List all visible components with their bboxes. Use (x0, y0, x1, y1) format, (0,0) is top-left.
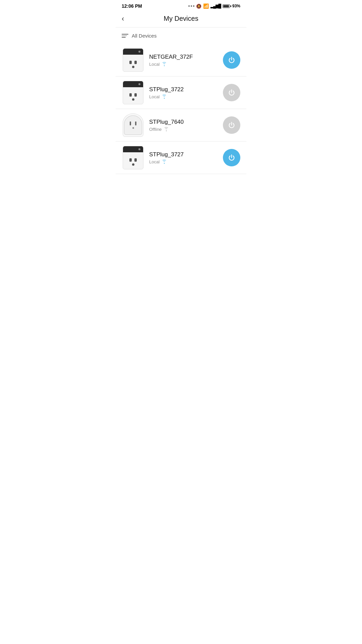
device-list: NETGEAR_372F Local (116, 44, 246, 174)
signal-strength-icon: ▂▄▆█ (210, 4, 221, 8)
plug-us-icon (123, 81, 143, 104)
battery-icon (223, 4, 231, 8)
status-label: Local (149, 159, 160, 164)
power-icon (228, 121, 235, 129)
device-icon-container (122, 114, 144, 137)
power-button[interactable] (223, 149, 240, 166)
status-bar: 12:06 PM 🔕 📶 ▂▄▆█ 93% (116, 0, 246, 11)
plug-us-icon (123, 146, 143, 169)
status-label: Offline (149, 127, 162, 132)
filter-line-1 (122, 34, 128, 35)
device-name: STPlug_3727 (149, 151, 218, 158)
list-item[interactable]: STPlug_7640 Offline (116, 109, 246, 142)
power-button[interactable] (223, 116, 240, 134)
device-name: STPlug_7640 (149, 119, 218, 125)
wifi-icon (162, 62, 167, 66)
device-icon-container (122, 49, 144, 71)
device-icon-container (122, 81, 144, 104)
device-info: NETGEAR_372F Local (149, 54, 218, 67)
power-icon (228, 89, 235, 96)
device-status: Local (149, 62, 218, 67)
power-button[interactable] (223, 84, 240, 101)
power-button[interactable] (223, 51, 240, 69)
device-name: NETGEAR_372F (149, 54, 218, 60)
wifi-icon (162, 95, 167, 99)
signal-dots-icon (188, 5, 194, 7)
wifi-status-icon: 📶 (203, 3, 209, 9)
device-name: STPlug_3722 (149, 86, 218, 93)
power-icon (228, 154, 235, 161)
header: ‹ My Devices (116, 11, 246, 28)
status-time: 12:06 PM (122, 3, 142, 9)
device-info: STPlug_3727 Local (149, 151, 218, 164)
wifi-icon (164, 127, 169, 131)
filter-line-2 (122, 36, 127, 36)
device-status: Local (149, 159, 218, 164)
status-label: Local (149, 62, 160, 67)
filter-line-3 (122, 37, 126, 38)
page-title: My Devices (164, 15, 198, 22)
filter-label: All Devices (132, 33, 157, 39)
device-status: Local (149, 94, 218, 99)
filter-bar[interactable]: All Devices (116, 28, 246, 44)
back-button[interactable]: ‹ (122, 15, 124, 22)
device-status: Offline (149, 127, 218, 132)
device-info: STPlug_3722 Local (149, 86, 218, 99)
notification-muted-icon: 🔕 (196, 4, 201, 9)
battery-level: 93% (232, 4, 240, 8)
list-item[interactable]: NETGEAR_372F Local (116, 44, 246, 76)
status-label: Local (149, 94, 160, 99)
plug-eu-icon (123, 113, 143, 137)
list-item[interactable]: STPlug_3727 Local (116, 142, 246, 174)
battery-container: 93% (223, 4, 240, 8)
plug-us-icon (123, 48, 143, 72)
filter-icon[interactable] (122, 34, 128, 38)
device-icon-container (122, 146, 144, 169)
list-item[interactable]: STPlug_3722 Local (116, 76, 246, 109)
wifi-icon (162, 160, 167, 164)
device-info: STPlug_7640 Offline (149, 119, 218, 132)
power-icon (228, 56, 235, 64)
status-icons: 🔕 📶 ▂▄▆█ 93% (188, 3, 240, 9)
